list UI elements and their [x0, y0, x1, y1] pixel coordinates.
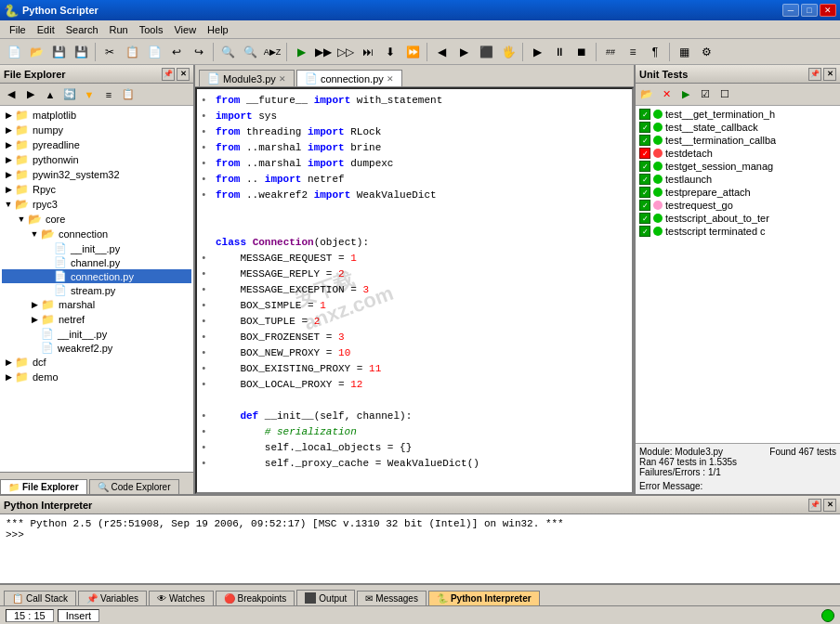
tb-hash[interactable]: ## — [600, 42, 621, 62]
close-button[interactable]: ✕ — [820, 4, 836, 17]
test-item-7[interactable]: ✓testrequest_go — [637, 199, 838, 212]
menu-help[interactable]: Help — [202, 22, 234, 37]
tb-paste[interactable]: 📄 — [144, 42, 164, 62]
tab-module3[interactable]: 📄 Module3.py ✕ — [199, 70, 295, 86]
tb-find3[interactable]: A▶Z — [262, 42, 282, 62]
test-item-1[interactable]: ✓test__state_callback — [637, 121, 838, 134]
menu-tools[interactable]: Tools — [134, 22, 169, 37]
fe-filter[interactable]: ▼ — [80, 86, 98, 103]
ut-open[interactable]: 📂 — [637, 86, 656, 103]
tree-toggle[interactable]: ▼ — [17, 214, 26, 224]
stab-messages[interactable]: ✉ Messages — [357, 591, 427, 605]
tree-item-marshal[interactable]: ▶📁marshal — [2, 297, 191, 312]
tb-run4[interactable]: ⏭ — [358, 42, 378, 62]
tree-item-__init__py[interactable]: 📄__init__.py — [2, 241, 191, 255]
test-item-4[interactable]: ✓testget_session_manag — [637, 160, 838, 173]
tb-list[interactable]: ≡ — [623, 42, 643, 62]
tb-next[interactable]: ▶ — [453, 42, 474, 62]
test-item-2[interactable]: ✓test__termination_callba — [637, 134, 838, 147]
tb-para[interactable]: ¶ — [645, 42, 665, 62]
fe-option2[interactable]: 📋 — [119, 86, 138, 103]
ut-close-button[interactable]: ✕ — [823, 68, 836, 81]
tree-item-connectionpy[interactable]: 📄connection.py — [2, 269, 191, 283]
test-item-5[interactable]: ✓testlaunch — [637, 173, 838, 186]
stab-callstack[interactable]: 📋 Call Stack — [4, 591, 76, 605]
menu-file[interactable]: File — [4, 22, 32, 37]
tb-run[interactable]: ▶ — [291, 42, 311, 62]
tb-stop[interactable]: ⬛ — [476, 42, 496, 62]
code-content[interactable]: •from __future__ import with_statement•i… — [195, 87, 634, 494]
tb-find2[interactable]: 🔍 — [240, 42, 260, 62]
tree-toggle[interactable] — [43, 258, 52, 267]
tree-toggle[interactable]: ▶ — [4, 110, 13, 120]
tb-run5[interactable]: ⬇ — [380, 42, 400, 62]
tree-item-pythonwin[interactable]: ▶📁pythonwin — [2, 152, 191, 167]
tree-toggle[interactable]: ▶ — [4, 125, 13, 135]
tree-toggle[interactable] — [43, 244, 52, 254]
tree-toggle[interactable]: ▶ — [4, 155, 13, 164]
fe-up[interactable]: ▲ — [41, 86, 59, 103]
fe-back[interactable]: ◀ — [2, 86, 20, 103]
tb-copy[interactable]: 📋 — [122, 42, 142, 62]
tb-open[interactable]: 📂 — [26, 42, 46, 62]
maximize-button[interactable]: □ — [801, 4, 818, 17]
tree-toggle[interactable]: ▶ — [4, 140, 13, 150]
test-list[interactable]: ✓test__get_termination_h✓test__state_cal… — [636, 106, 840, 443]
menu-edit[interactable]: Edit — [32, 22, 60, 37]
tb-step2[interactable]: ⏸ — [549, 42, 570, 62]
ut-check1[interactable]: ☑ — [696, 86, 715, 103]
tb-run6[interactable]: ⏩ — [402, 42, 423, 62]
ut-delete[interactable]: ✕ — [657, 86, 676, 103]
tree-item-pywin32_system32[interactable]: ▶📁pywin32_system32 — [2, 167, 191, 182]
tree-toggle[interactable]: ▼ — [30, 229, 39, 239]
test-item-6[interactable]: ✓testprepare_attach — [637, 186, 838, 199]
tree-item-netref[interactable]: ▶📁netref — [2, 312, 191, 327]
fe-forward[interactable]: ▶ — [21, 86, 40, 103]
minimize-button[interactable]: ─ — [782, 4, 799, 17]
tb-cut[interactable]: ✂ — [99, 42, 120, 62]
tree-item-demo[interactable]: ▶📁demo — [2, 370, 191, 384]
test-item-8[interactable]: ✓testscript_about_to_ter — [637, 212, 838, 225]
tree-toggle[interactable]: ▶ — [4, 358, 13, 367]
tree-item-dcf[interactable]: ▶📁dcf — [2, 355, 191, 370]
ut-check2[interactable]: ☐ — [715, 86, 734, 103]
test-item-9[interactable]: ✓testscript terminated c — [637, 225, 838, 238]
tree-item-core[interactable]: ▼📂core — [2, 212, 191, 227]
ut-pin-button[interactable]: 📌 — [808, 68, 821, 81]
fe-close-button[interactable]: ✕ — [177, 68, 190, 81]
tb-prev[interactable]: ◀ — [431, 42, 452, 62]
tree-item-connection[interactable]: ▼📂connection — [2, 227, 191, 241]
tb-step[interactable]: ▶ — [527, 42, 547, 62]
tree-item-channelpy[interactable]: 📄channel.py — [2, 255, 191, 269]
tree-item-Rpyc[interactable]: ▶📁Rpyc — [2, 182, 191, 197]
tree-item-numpy[interactable]: ▶📁numpy — [2, 123, 191, 137]
tree-toggle[interactable]: ▶ — [4, 372, 13, 382]
stab-output[interactable]: Output — [296, 590, 355, 605]
tree-toggle[interactable]: ▶ — [4, 185, 13, 194]
tree-item-streampy[interactable]: 📄stream.py — [2, 283, 191, 297]
tree-toggle[interactable] — [30, 344, 39, 353]
menu-run[interactable]: Run — [104, 22, 134, 37]
tb-hand[interactable]: 🖐 — [498, 42, 518, 62]
stab-python-interpreter[interactable]: 🐍 Python Interpreter — [428, 591, 540, 605]
tb-settings[interactable]: ⚙ — [696, 42, 716, 62]
tree-toggle[interactable]: ▼ — [4, 200, 13, 209]
tab-connection-close[interactable]: ✕ — [387, 74, 394, 84]
tb-save[interactable]: 💾 — [48, 42, 69, 62]
interp-pin-button[interactable]: 📌 — [808, 499, 821, 512]
tree-toggle[interactable] — [43, 286, 52, 295]
ut-run[interactable]: ▶ — [676, 86, 695, 103]
interpreter-content[interactable]: *** Python 2.5 (r25:51908, Sep 19 2006, … — [0, 514, 840, 583]
tab-module3-close[interactable]: ✕ — [279, 74, 286, 84]
tb-step3[interactable]: ⏹ — [571, 42, 592, 62]
tb-run2[interactable]: ▶▶ — [313, 42, 334, 62]
test-item-0[interactable]: ✓test__get_termination_h — [637, 108, 838, 121]
tb-grid[interactable]: ▦ — [674, 42, 694, 62]
tab-file-explorer[interactable]: 📁 File Explorer — [0, 479, 87, 494]
stab-breakpoints[interactable]: 🔴 Breakpoints — [216, 591, 295, 605]
tb-redo[interactable]: ↪ — [189, 42, 209, 62]
tree-toggle[interactable] — [30, 330, 39, 339]
tb-find[interactable]: 🔍 — [217, 42, 238, 62]
tree-toggle[interactable]: ▶ — [30, 300, 39, 309]
stab-watches[interactable]: 👁 Watches — [149, 591, 214, 605]
